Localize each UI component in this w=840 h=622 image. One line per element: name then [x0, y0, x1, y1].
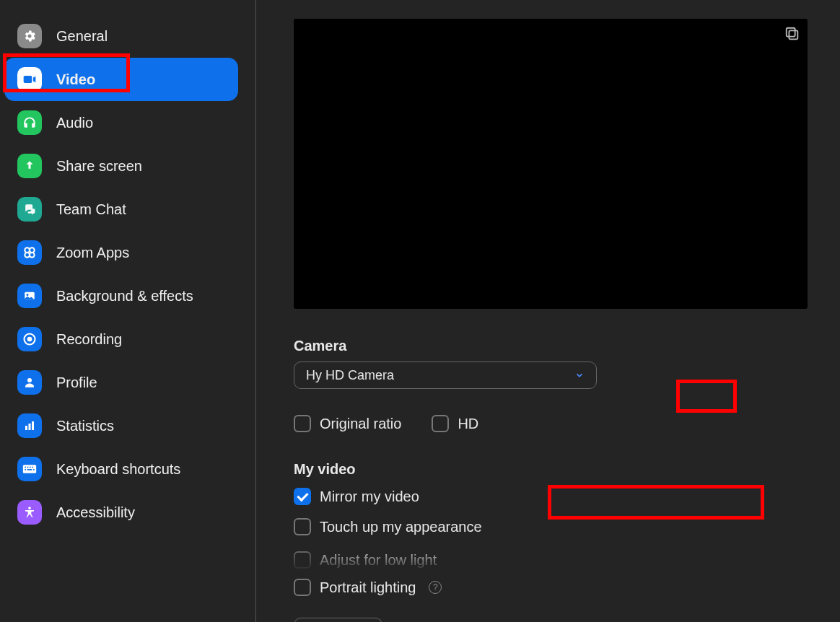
accessibility-icon	[17, 500, 42, 525]
lowlight-checkbox[interactable]	[294, 551, 311, 569]
hd-option[interactable]: HD	[427, 412, 489, 435]
sidebar-item-recording[interactable]: Recording	[4, 317, 238, 361]
sidebar-item-label: Profile	[56, 374, 97, 391]
bar-chart-icon	[17, 413, 42, 438]
help-icon[interactable]: ?	[429, 581, 442, 594]
sidebar-item-team-chat[interactable]: Team Chat	[4, 188, 238, 231]
person-icon	[17, 370, 42, 395]
sidebar-item-accessibility[interactable]: Accessibility	[4, 491, 238, 534]
sidebar-item-label: Statistics	[56, 418, 114, 434]
touchup-checkbox[interactable]	[294, 518, 311, 535]
sidebar-item-audio[interactable]: Audio	[4, 101, 238, 144]
svg-rect-10	[29, 424, 31, 430]
sidebar-item-label: Video	[56, 71, 95, 88]
mirror-video-option[interactable]: Mirror my video	[294, 488, 821, 505]
advanced-button[interactable]: Advanced	[294, 618, 382, 622]
mirror-video-label: Mirror my video	[320, 489, 419, 505]
video-camera-icon	[17, 67, 42, 92]
portrait-lighting-checkbox[interactable]	[294, 579, 311, 596]
sidebar-item-label: Keyboard shortcuts	[56, 461, 180, 478]
sidebar-item-label: Team Chat	[56, 201, 126, 218]
camera-select-value: Hy HD Camera	[306, 368, 394, 383]
svg-rect-9	[25, 426, 27, 430]
svg-rect-22	[787, 28, 795, 37]
camera-select[interactable]: Hy HD Camera	[294, 362, 597, 389]
sidebar-item-label: General	[56, 28, 108, 45]
headphones-icon	[17, 110, 42, 135]
sidebar-item-share-screen[interactable]: Share screen	[4, 144, 238, 188]
camera-preview	[294, 19, 808, 309]
chat-bubbles-icon	[17, 197, 42, 222]
sidebar-item-label: Recording	[56, 331, 122, 348]
my-video-section-label: My video	[294, 461, 821, 478]
svg-point-3	[30, 253, 35, 258]
sidebar-item-profile[interactable]: Profile	[4, 361, 238, 404]
svg-rect-15	[30, 467, 31, 468]
hd-checkbox[interactable]	[432, 415, 449, 432]
svg-point-5	[27, 294, 29, 296]
sidebar-item-label: Zoom Apps	[56, 245, 129, 261]
original-ratio-checkbox[interactable]	[294, 415, 311, 432]
svg-rect-18	[27, 469, 32, 470]
sidebar-item-video[interactable]: Video	[4, 58, 238, 101]
sidebar-item-label: Audio	[56, 115, 93, 131]
svg-point-20	[28, 507, 31, 509]
gear-icon	[17, 24, 42, 48]
sidebar-item-statistics[interactable]: Statistics	[4, 404, 238, 447]
sidebar-item-background-effects[interactable]: Background & effects	[4, 274, 238, 317]
sidebar-item-general[interactable]: General	[4, 14, 238, 58]
touchup-label: Touch up my appearance	[320, 519, 482, 535]
rotate-camera-button[interactable]	[784, 26, 800, 45]
portrait-lighting-label: Portrait lighting	[320, 579, 416, 596]
svg-point-7	[27, 337, 32, 342]
portrait-lighting-option[interactable]: Portrait lighting ?	[294, 579, 821, 596]
touchup-option[interactable]: Touch up my appearance	[294, 512, 821, 541]
svg-rect-17	[25, 469, 26, 470]
svg-rect-21	[789, 30, 797, 39]
keyboard-icon	[17, 457, 42, 481]
video-settings-panel: Camera Hy HD Camera Original ratio HD My…	[256, 0, 840, 622]
original-ratio-label: Original ratio	[320, 416, 401, 432]
svg-rect-14	[27, 467, 29, 468]
lowlight-label: Adjust for low light	[320, 552, 437, 569]
share-up-icon	[17, 154, 42, 178]
apps-icon	[17, 240, 42, 265]
svg-rect-19	[33, 469, 35, 470]
lowlight-option[interactable]: Adjust for low light	[294, 551, 821, 569]
sidebar-item-zoom-apps[interactable]: Zoom Apps	[4, 231, 238, 274]
sidebar-item-label: Accessibility	[56, 504, 135, 521]
record-circle-icon	[17, 327, 42, 351]
svg-rect-11	[32, 421, 34, 430]
settings-sidebar: General Video Audio Share screen Team Ch	[0, 0, 256, 622]
hd-label: HD	[458, 416, 478, 432]
mirror-video-checkbox[interactable]	[294, 488, 311, 505]
svg-rect-16	[32, 467, 33, 468]
svg-point-8	[27, 378, 32, 382]
camera-section-label: Camera	[294, 338, 821, 354]
sidebar-item-label: Background & effects	[56, 288, 193, 305]
svg-rect-13	[25, 467, 26, 468]
image-icon	[17, 284, 42, 308]
chevron-down-icon	[574, 370, 585, 380]
sidebar-item-label: Share screen	[56, 158, 142, 175]
original-ratio-option[interactable]: Original ratio	[294, 415, 401, 432]
sidebar-item-keyboard-shortcuts[interactable]: Keyboard shortcuts	[4, 447, 238, 491]
